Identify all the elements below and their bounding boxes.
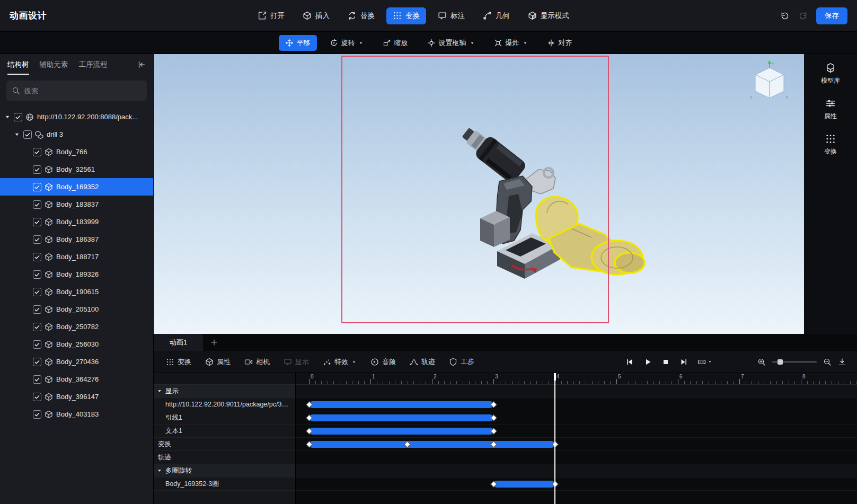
collapse-panel-button[interactable] [137, 60, 146, 69]
visibility-checkbox[interactable] [33, 375, 41, 384]
search-input[interactable] [24, 87, 142, 95]
rail-transform-button[interactable]: 变换 [824, 134, 837, 156]
slider-thumb[interactable] [778, 359, 783, 365]
tab-process-flow[interactable]: 工序流程 [79, 54, 108, 75]
visibility-checkbox[interactable] [33, 288, 41, 296]
visibility-checkbox[interactable] [33, 148, 41, 156]
prev-frame-button[interactable] [625, 358, 634, 366]
timeline-tool-display-button[interactable]: 显示 [277, 351, 316, 373]
expand-toggle[interactable] [4, 114, 11, 120]
visibility-checkbox[interactable] [33, 270, 41, 279]
tree-node-body-205100[interactable]: Body_205100 [0, 300, 153, 318]
undo-button[interactable] [780, 11, 790, 21]
track-label-display-group[interactable]: 显示 [154, 385, 295, 398]
track-label-multi-rotation-group[interactable]: 多圈旋转 [154, 464, 295, 478]
menu-annotate-button[interactable]: 标注 [431, 7, 471, 24]
viewport-3d[interactable]: Y Z X [154, 54, 804, 334]
track-lane-multi-rotation-group[interactable] [296, 464, 857, 478]
timeline-tool-trajectory-button[interactable]: 轨迹 [403, 351, 442, 373]
tree-node-drill-3[interactable]: drill 3 [0, 126, 153, 143]
track-label-leader-1[interactable]: 引线1 [154, 411, 295, 425]
menu-transform-button[interactable]: 变换 [386, 7, 426, 24]
zoom-in-button[interactable] [757, 358, 766, 366]
timeline-canvas[interactable]: 012345678 [296, 373, 857, 504]
view-navigation-cube[interactable]: Y Z X [747, 59, 792, 104]
timeline-tool-properties-button[interactable]: 属性 [198, 351, 237, 373]
menu-open-button[interactable]: 打开 [251, 7, 291, 24]
save-button[interactable]: 保存 [816, 7, 847, 24]
zoom-out-button[interactable] [823, 358, 832, 366]
track-label-trajectory[interactable]: 轨迹 [154, 451, 295, 464]
timeline-bar[interactable] [309, 428, 493, 435]
visibility-checkbox[interactable] [23, 130, 32, 139]
search-box[interactable] [6, 81, 147, 101]
visibility-checkbox[interactable] [33, 305, 41, 314]
timeline-zoom-slider[interactable] [772, 358, 817, 366]
visibility-checkbox[interactable] [33, 410, 41, 419]
visibility-checkbox[interactable] [33, 218, 41, 226]
timeline-tool-step-button[interactable]: 工步 [442, 351, 481, 373]
visibility-checkbox[interactable] [33, 393, 41, 401]
tree-node-body-190615[interactable]: Body_190615 [0, 283, 153, 300]
tool-pivot-button[interactable]: 设置枢轴 [421, 35, 481, 51]
menu-insert-button[interactable]: 插入 [296, 7, 336, 24]
tree-node-body-766[interactable]: Body_766 [0, 143, 153, 161]
track-lane-display-url[interactable] [296, 398, 857, 411]
tree-node-body-250782[interactable]: Body_250782 [0, 318, 153, 335]
collapse-toggle[interactable] [157, 388, 162, 394]
timeline-tool-audio-button[interactable]: 音频 [364, 351, 403, 373]
timeline-bar[interactable] [309, 414, 493, 421]
tree-node-body-364276[interactable]: Body_364276 [0, 370, 153, 388]
redo-button[interactable] [798, 11, 808, 21]
tree-node-body-396147[interactable]: Body_396147 [0, 388, 153, 405]
visibility-checkbox[interactable] [33, 165, 41, 174]
tree-node-body-183837[interactable]: Body_183837 [0, 196, 153, 213]
playback-speed-dropdown[interactable] [697, 358, 712, 366]
track-label-display-url[interactable]: http://10.122.92.200:9011/package/pc/3dc… [154, 398, 295, 411]
tool-explode-button[interactable]: 爆炸 [488, 35, 534, 51]
visibility-checkbox[interactable] [33, 323, 41, 331]
track-lane-leader-1[interactable] [296, 411, 857, 425]
rail-model-library-button[interactable]: 模型库 [821, 63, 840, 85]
track-label-text-1[interactable]: 文本1 [154, 425, 295, 438]
visibility-checkbox[interactable] [33, 358, 41, 366]
track-lane-transform[interactable] [296, 438, 857, 451]
menu-display-mode-button[interactable]: 显示模式 [522, 7, 576, 24]
tree-node-body-256030[interactable]: Body_256030 [0, 335, 153, 353]
tree-node-root-package[interactable]: http://10.122.92.200:8088/pack... [0, 108, 153, 126]
visibility-checkbox[interactable] [14, 113, 22, 121]
tree-node-body-403183[interactable]: Body_403183 [0, 405, 153, 423]
stop-button[interactable] [661, 358, 670, 366]
menu-geometry-button[interactable]: 几何 [476, 7, 516, 24]
timeline-tool-effects-button[interactable]: 特效 [316, 351, 364, 373]
tool-scale-button[interactable]: 缩放 [376, 35, 414, 51]
tree-node-body-188717[interactable]: Body_188717 [0, 248, 153, 266]
tool-align-button[interactable]: 对齐 [541, 35, 579, 51]
tab-aux-elements[interactable]: 辅助元素 [40, 54, 68, 75]
tree-node-body-186387[interactable]: Body_186387 [0, 231, 153, 248]
timeline-bar[interactable] [309, 401, 493, 408]
tree-node-body-183999[interactable]: Body_183999 [0, 213, 153, 231]
timeline-ruler[interactable]: 012345678 [296, 373, 857, 385]
visibility-checkbox[interactable] [33, 235, 41, 244]
visibility-checkbox[interactable] [33, 340, 41, 349]
export-button[interactable] [838, 358, 846, 366]
visibility-checkbox[interactable] [33, 253, 41, 261]
tab-structure-tree[interactable]: 结构树 [7, 54, 29, 75]
menu-replace-button[interactable]: 替换 [341, 7, 381, 24]
track-lane-trajectory[interactable] [296, 451, 857, 464]
expand-toggle[interactable] [14, 131, 20, 138]
play-button[interactable] [643, 358, 652, 366]
visibility-checkbox[interactable] [33, 200, 41, 209]
timeline-playhead[interactable] [554, 373, 555, 504]
add-animation-button[interactable] [203, 334, 225, 351]
tool-translate-button[interactable]: 平移 [279, 35, 317, 51]
visibility-checkbox[interactable] [33, 183, 41, 191]
tree-node-body-189326[interactable]: Body_189326 [0, 266, 153, 283]
timeline-tool-transform-button[interactable]: 变换 [159, 351, 198, 373]
track-label-transform[interactable]: 变换 [154, 438, 295, 451]
track-label-body-169352-3turns[interactable]: Body_169352-3圈 [154, 478, 295, 491]
collapse-toggle[interactable] [157, 468, 162, 473]
timeline-bar[interactable] [493, 481, 555, 488]
animation-tab-animation-1[interactable]: 动画1 [154, 334, 203, 351]
